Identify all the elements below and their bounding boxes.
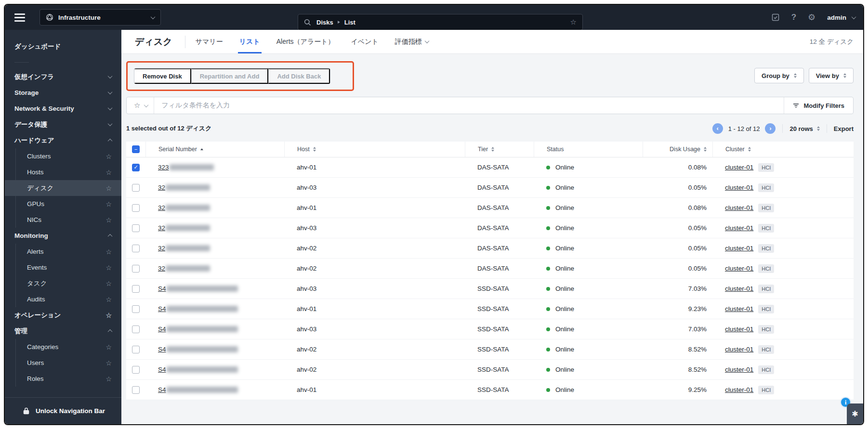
cluster-link[interactable]: cluster-01 <box>725 184 753 191</box>
serial-number-link[interactable]: 32 <box>158 224 210 232</box>
global-search-bar[interactable]: Disks List ☆ <box>298 14 583 30</box>
table-row[interactable]: 32ahv-02DAS-SATAOnline0.05%cluster-01HCI <box>126 238 854 259</box>
remove-disk-button[interactable]: Remove Disk <box>134 68 191 84</box>
row-checkbox[interactable] <box>132 224 140 232</box>
cluster-link[interactable]: cluster-01 <box>725 245 753 252</box>
sidebar-item-categories[interactable]: Categories☆ <box>5 339 121 355</box>
row-checkbox[interactable] <box>132 285 140 293</box>
star-icon[interactable]: ☆ <box>105 153 112 160</box>
row-checkbox[interactable] <box>132 265 140 273</box>
row-checkbox[interactable] <box>132 184 140 192</box>
tab-alerts[interactable]: Alerts（アラート） <box>268 30 343 53</box>
sidebar-item-users[interactable]: Users☆ <box>5 355 121 371</box>
table-row[interactable]: S4ahv-01SSD-SATAOnline9.23%cluster-01HCI <box>126 299 854 319</box>
star-icon[interactable]: ☆ <box>105 169 112 176</box>
star-icon[interactable]: ☆ <box>105 264 112 272</box>
table-row[interactable]: S4ahv-02SSD-SATAOnline8.52%cluster-01HCI <box>126 339 854 360</box>
unlock-navigation-bar-button[interactable]: Unlock Navigation Bar <box>5 397 121 424</box>
filter-input[interactable]: フィルタ条件名を入力 <box>161 101 784 110</box>
star-icon[interactable]: ☆ <box>105 343 112 351</box>
sidebar-item-hosts[interactable]: Hosts☆ <box>5 164 121 180</box>
column-header-serial-number[interactable]: Serial Number <box>145 142 284 157</box>
cluster-link[interactable]: cluster-01 <box>725 224 753 232</box>
cluster-link[interactable]: cluster-01 <box>725 386 753 393</box>
cluster-link[interactable]: cluster-01 <box>725 285 753 292</box>
serial-number-link[interactable]: 323 <box>158 164 214 171</box>
sidebar-item-dashboard[interactable]: ダッシュボード <box>5 38 121 56</box>
sidebar-item-clusters[interactable]: Clusters☆ <box>5 148 121 164</box>
sidebar-item-operations[interactable]: オペレーション☆ <box>5 307 121 323</box>
serial-number-link[interactable]: S4 <box>158 346 238 353</box>
table-row[interactable]: ✓323ahv-01DAS-SATAOnline0.08%cluster-01H… <box>126 157 854 178</box>
column-header-cluster[interactable]: Cluster <box>712 142 854 157</box>
question-mark-icon[interactable]: ? <box>791 13 796 22</box>
rows-per-page-select[interactable]: 20 rows <box>789 125 819 132</box>
serial-number-link[interactable]: 32 <box>158 184 210 191</box>
row-checkbox[interactable] <box>132 325 140 333</box>
row-checkbox[interactable] <box>132 366 140 374</box>
sidebar-item-tasks[interactable]: タスク☆ <box>5 275 121 291</box>
star-icon[interactable]: ☆ <box>105 216 112 224</box>
column-header-tier[interactable]: Tier <box>465 142 534 157</box>
table-row[interactable]: S4ahv-03SSD-SATAOnline7.03%cluster-01HCI <box>126 319 854 339</box>
search-breadcrumb-page[interactable]: List <box>344 19 355 26</box>
tab-list[interactable]: リスト <box>231 30 268 53</box>
clipboard-check-icon[interactable] <box>771 13 780 22</box>
select-all-checkbox[interactable]: − <box>132 145 140 153</box>
search-breadcrumb-entity[interactable]: Disks <box>316 19 333 26</box>
view-by-button[interactable]: View by <box>809 68 854 83</box>
star-icon[interactable]: ☆ <box>570 18 577 26</box>
cluster-link[interactable]: cluster-01 <box>725 265 753 272</box>
sidebar-item-roles[interactable]: Roles☆ <box>5 371 121 387</box>
table-row[interactable]: 32ahv-03DAS-SATAOnline0.05%cluster-01HCI <box>126 218 854 238</box>
table-row[interactable]: S4ahv-02SSD-SATAOnline8.52%cluster-01HCI <box>126 360 854 380</box>
sidebar-item-data-protection[interactable]: データ保護 <box>5 117 121 132</box>
gear-icon[interactable]: ⚙ <box>808 12 815 23</box>
user-menu[interactable]: admin <box>827 14 855 21</box>
serial-number-link[interactable]: S4 <box>158 325 238 333</box>
hamburger-menu-icon[interactable] <box>14 13 25 22</box>
row-checkbox[interactable] <box>132 346 140 353</box>
sidebar-item-hardware[interactable]: ハードウェア <box>5 132 121 148</box>
sidebar-item-alerts[interactable]: Alerts☆ <box>5 244 121 260</box>
sidebar-item-virtual-infra[interactable]: 仮想インフラ <box>5 69 121 85</box>
serial-number-link[interactable]: S4 <box>158 305 238 312</box>
cluster-link[interactable]: cluster-01 <box>725 366 753 373</box>
star-icon[interactable]: ☆ <box>105 359 112 367</box>
cluster-link[interactable]: cluster-01 <box>725 325 753 333</box>
next-page-button[interactable]: › <box>765 123 776 134</box>
saved-filters-dropdown[interactable]: ☆ <box>127 97 154 114</box>
star-icon[interactable]: ☆ <box>105 248 112 256</box>
star-icon[interactable]: ☆ <box>105 184 112 192</box>
row-checkbox[interactable] <box>132 386 140 394</box>
previous-page-button[interactable]: ‹ <box>712 123 723 134</box>
column-header-host[interactable]: Host <box>284 142 465 157</box>
star-icon[interactable]: ☆ <box>105 312 112 319</box>
sidebar-item-events[interactable]: Events☆ <box>5 260 121 275</box>
serial-number-link[interactable]: 32 <box>158 204 210 211</box>
column-header-status[interactable]: Status <box>534 142 643 157</box>
serial-number-link[interactable]: 32 <box>158 265 210 272</box>
sidebar-item-administration[interactable]: 管理 <box>5 323 121 339</box>
sidebar-item-network-security[interactable]: Network & Security <box>5 101 121 117</box>
star-icon[interactable]: ☆ <box>105 375 112 383</box>
cluster-link[interactable]: cluster-01 <box>725 204 753 211</box>
serial-number-link[interactable]: 32 <box>158 245 210 252</box>
table-row[interactable]: S4ahv-01SSD-SATAOnline9.25%cluster-01HCI <box>126 380 854 400</box>
cluster-link[interactable]: cluster-01 <box>725 346 753 353</box>
row-checkbox[interactable] <box>132 305 140 313</box>
tab-metrics[interactable]: 評価指標 <box>387 30 437 53</box>
table-row[interactable]: S4ahv-03SSD-SATAOnline7.03%cluster-01HCI <box>126 279 854 299</box>
tab-summary[interactable]: サマリー <box>187 30 231 53</box>
cluster-link[interactable]: cluster-01 <box>725 164 753 171</box>
serial-number-link[interactable]: S4 <box>158 386 238 393</box>
cluster-link[interactable]: cluster-01 <box>725 305 753 312</box>
sidebar-item-monitoring[interactable]: Monitoring <box>5 228 121 244</box>
serial-number-link[interactable]: S4 <box>158 366 238 373</box>
table-row[interactable]: 32ahv-01DAS-SATAOnline0.08%cluster-01HCI <box>126 198 854 218</box>
export-button[interactable]: Export <box>834 125 854 132</box>
column-header-disk-usage[interactable]: Disk Usage <box>643 142 712 157</box>
serial-number-link[interactable]: S4 <box>158 285 238 292</box>
star-icon[interactable]: ☆ <box>105 296 112 303</box>
modify-filters-button[interactable]: Modify Filters <box>784 97 853 114</box>
